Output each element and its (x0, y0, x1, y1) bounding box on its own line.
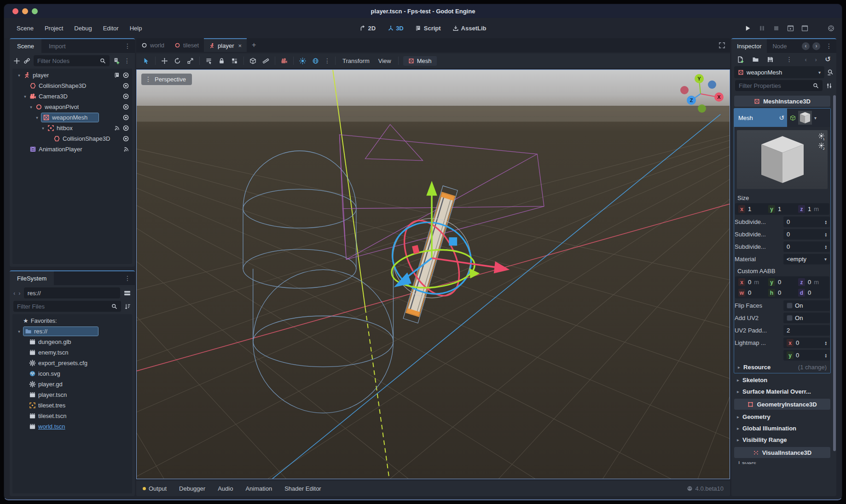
ruler-mode-button[interactable] (260, 55, 272, 66)
section-geometry[interactable]: ▸Geometry (734, 411, 831, 423)
file-row[interactable]: export_presets.cfg (12, 358, 132, 368)
tree-row-camera3d[interactable]: ▾ Camera3D (12, 91, 132, 102)
property-tools-icon[interactable] (826, 82, 833, 89)
geometry-category-header[interactable]: GeometryInstance3D (734, 399, 830, 410)
pause-button[interactable] (759, 25, 765, 32)
lightmap-x-row[interactable]: Lightmap ... x0 ▴▾ (734, 337, 830, 349)
flip-faces-row[interactable]: Flip Faces On (734, 299, 830, 312)
gizmo-plane-handle-blue[interactable] (449, 237, 457, 246)
tab-import[interactable]: Import (41, 39, 73, 53)
tree-row-player[interactable]: ▾ player (12, 70, 132, 80)
favorites-row[interactable]: ★ Favorites: (12, 315, 132, 326)
open-docs-icon[interactable] (827, 69, 834, 76)
switch-script-button[interactable]: Script (416, 25, 441, 32)
custom-aabb-editor[interactable]: x0m y0 z0m w0 h0 d0 (735, 276, 829, 298)
tree-row-weaponmesh[interactable]: ▾ weaponMesh (12, 112, 132, 123)
play-custom-scene-button[interactable] (801, 25, 808, 32)
filter-properties-input[interactable] (739, 82, 810, 89)
section-visibility-range[interactable]: ▸Visibility Range (734, 434, 831, 446)
history-forward-button[interactable]: › (815, 56, 817, 63)
file-row[interactable]: dungeon.glb (12, 337, 132, 347)
bottom-tab-shader-editor[interactable]: Shader Editor (284, 485, 321, 492)
history-back-button[interactable]: ‹ (805, 56, 806, 63)
new-scene-tab-button[interactable]: + (247, 38, 261, 52)
tree-menu-icon[interactable]: ⋮ (123, 57, 131, 64)
environment-settings-button[interactable] (309, 55, 322, 66)
size-vector-editor[interactable]: x1 y1 z1m (735, 203, 829, 215)
expand-viewport-icon[interactable] (719, 42, 725, 49)
camera-preview-button[interactable] (278, 55, 290, 66)
axis-ball-negy[interactable] (698, 104, 706, 113)
stepper-icon[interactable]: ▴▾ (825, 341, 827, 345)
transform-menu[interactable]: Transform (338, 57, 374, 64)
resource-menu-icon[interactable]: ⋮ (782, 56, 797, 63)
stop-button[interactable] (773, 25, 780, 32)
tree-row-collisionshape[interactable]: CollisionShape3D (12, 80, 132, 91)
clipped-layers-section[interactable]: Layers (734, 459, 831, 464)
bottom-tab-debugger[interactable]: Debugger (179, 485, 205, 492)
movie-maker-button[interactable] (828, 25, 834, 32)
play-scene-button[interactable] (787, 25, 794, 32)
3d-viewport[interactable]: ⋮ Perspective Y X Z (136, 69, 730, 479)
filter-files-input[interactable] (17, 303, 109, 310)
chevron-down-icon[interactable]: ▾ (29, 105, 33, 109)
file-row[interactable]: player.tscn (12, 389, 132, 400)
sun-settings-button[interactable] (296, 55, 309, 66)
tree-row-hitbox[interactable]: ▾ hitbox (12, 123, 132, 133)
menu-scene[interactable]: Scene (12, 23, 39, 34)
scene-tab-player[interactable]: player × (204, 38, 247, 52)
history-icon[interactable]: ↺ (825, 55, 831, 63)
class-category-header[interactable]: MeshInstance3D (734, 96, 830, 107)
chevron-down-icon[interactable]: ▾ (23, 94, 27, 99)
material-row[interactable]: Material <empty▾ (734, 253, 830, 265)
axis-ball-negx[interactable] (680, 86, 689, 94)
visual-instance-category-header[interactable]: VisualInstance3D (734, 447, 830, 458)
file-row[interactable]: tileset.tres (12, 400, 132, 411)
subdivide-height-row[interactable]: Subdivide... 0 ▴▾ (734, 228, 830, 241)
toggle-split-mode-icon[interactable] (123, 289, 131, 297)
sun-env-menu-icon[interactable]: ⋮ (322, 57, 332, 64)
section-surface-material[interactable]: ▸Surface Material Overr... (734, 386, 831, 397)
file-row[interactable]: enemy.tscn (12, 347, 132, 358)
new-resource-button[interactable] (737, 56, 744, 63)
tab-filesystem[interactable]: FileSystem (10, 271, 54, 285)
section-skeleton[interactable]: ▸Skeleton (734, 374, 831, 386)
sort-files-icon[interactable] (124, 303, 131, 310)
signal-badge-icon[interactable] (123, 146, 129, 152)
instance-scene-button[interactable] (23, 57, 30, 64)
bottom-tab-audio[interactable]: Audio (218, 485, 233, 492)
section-global-illumination[interactable]: ▸Global Illumination (734, 423, 831, 434)
edited-object-selector[interactable]: weaponMesh ▾ (734, 66, 824, 78)
resource-section-row[interactable]: ▸Resource (1 change) (734, 361, 830, 373)
stepper-icon[interactable]: ▴▾ (825, 245, 827, 249)
perspective-menu[interactable]: ⋮ Perspective (141, 74, 192, 85)
axis-ball-negz[interactable] (708, 80, 716, 89)
add-uv2-row[interactable]: Add UV2 On (734, 312, 830, 324)
scene-dock-menu-icon[interactable]: ⋮ (120, 39, 135, 53)
close-window-button[interactable] (12, 8, 18, 14)
revert-property-icon[interactable]: ↺ (779, 114, 784, 121)
menu-project[interactable]: Project (40, 23, 68, 34)
menu-debug[interactable]: Debug (69, 23, 97, 34)
inspector-scrollbar[interactable] (833, 95, 836, 482)
rotate-mode-button[interactable] (171, 55, 184, 66)
move-mode-button[interactable] (158, 55, 171, 66)
group-node-button[interactable] (228, 55, 241, 66)
mesh-property-label[interactable]: Mesh ↺ (734, 109, 787, 127)
chevron-down-icon[interactable]: ▾ (41, 126, 45, 131)
res-root-row[interactable]: ▾ res:// (12, 326, 132, 337)
visibility-eye-icon[interactable] (122, 103, 129, 110)
nav-back-button[interactable]: ‹ (13, 290, 15, 297)
subdivide-width-row[interactable]: Subdivide... 0 ▴▾ (734, 216, 830, 228)
inspector-scroll-area[interactable]: MeshInstance3D Mesh ↺ (731, 93, 836, 496)
close-tab-icon[interactable]: × (238, 42, 242, 49)
tree-row-animationplayer[interactable]: AnimationPlayer (12, 144, 132, 155)
mesh-value-dropdown[interactable]: ▾ (787, 109, 830, 127)
zoom-window-button[interactable] (32, 8, 38, 14)
minimize-window-button[interactable] (22, 8, 28, 14)
visibility-eye-icon[interactable] (122, 93, 129, 100)
bottom-tab-output[interactable]: Output (143, 485, 167, 492)
menu-editor[interactable]: Editor (98, 23, 124, 34)
chevron-down-icon[interactable]: ▾ (35, 115, 39, 120)
menu-help[interactable]: Help (125, 23, 147, 34)
